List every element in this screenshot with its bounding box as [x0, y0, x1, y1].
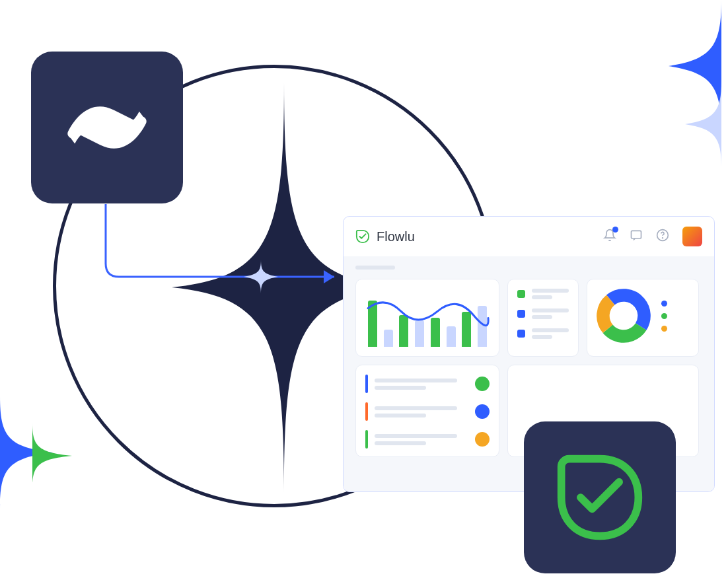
bullet-list-card[interactable] [507, 279, 579, 357]
app-header: Flowlu [344, 217, 714, 256]
svg-point-2 [663, 238, 663, 238]
bullet-icon [517, 290, 525, 298]
brand-name: Flowlu [377, 229, 415, 244]
list-item[interactable] [365, 430, 490, 449]
list-item[interactable] [517, 328, 569, 339]
people-list-card[interactable] [355, 365, 499, 457]
notifications-icon[interactable] [603, 229, 616, 244]
list-item[interactable] [365, 375, 490, 393]
decorative-shape-bl-green [32, 423, 72, 489]
list-item[interactable] [365, 402, 490, 421]
help-icon[interactable] [656, 229, 669, 244]
list-item[interactable] [517, 308, 569, 319]
legend-dot [661, 301, 667, 307]
donut-legend [661, 301, 667, 332]
accent-bar [365, 375, 368, 393]
person-avatar[interactable] [475, 432, 490, 447]
flowlu-logo-icon [355, 229, 370, 244]
bullet-icon [517, 330, 525, 338]
person-avatar[interactable] [475, 404, 490, 419]
list-item[interactable] [517, 289, 569, 299]
bullet-icon [517, 310, 525, 318]
accent-bar [365, 402, 368, 421]
confluence-tile [31, 52, 183, 203]
accent-bar [365, 430, 368, 449]
decorative-shape-tr-light [675, 81, 721, 167]
legend-dot [661, 326, 667, 332]
donut-card[interactable] [587, 279, 699, 357]
flowlu-check-icon [554, 451, 646, 544]
breadcrumb-placeholder [355, 266, 395, 270]
chart-card-combo[interactable] [355, 279, 499, 357]
confluence-icon [64, 85, 150, 170]
flowlu-tile [524, 421, 676, 573]
combo-chart [365, 289, 490, 347]
svg-point-6 [612, 304, 635, 327]
user-avatar[interactable] [682, 227, 702, 246]
legend-dot [661, 313, 667, 319]
decorative-star-small [244, 260, 278, 294]
person-avatar[interactable] [475, 377, 490, 391]
donut-chart [597, 289, 651, 343]
svg-rect-0 [632, 231, 641, 238]
chat-icon[interactable] [630, 229, 643, 244]
